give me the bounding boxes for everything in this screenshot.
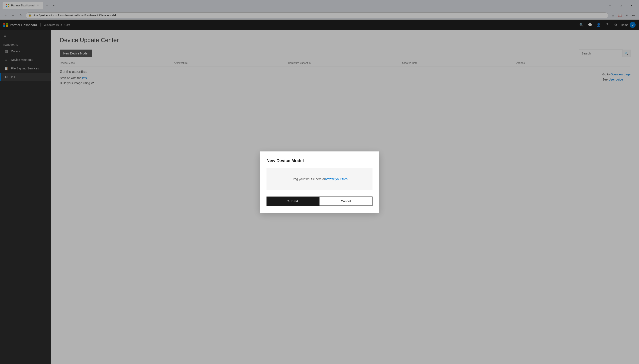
drop-zone-text: Drag your xml file here or [292, 177, 325, 181]
browse-files-link[interactable]: browse your files [325, 177, 347, 181]
dialog-title: New Device Model [267, 158, 372, 163]
dialog-actions: Submit Cancel [267, 196, 372, 206]
new-device-model-dialog: New Device Model Drag your xml file here… [260, 152, 379, 213]
modal-overlay[interactable]: New Device Model Drag your xml file here… [0, 0, 639, 364]
submit-button[interactable]: Submit [267, 196, 319, 206]
file-drop-zone[interactable]: Drag your xml file here or browse your f… [267, 168, 372, 190]
cancel-button[interactable]: Cancel [319, 196, 372, 206]
